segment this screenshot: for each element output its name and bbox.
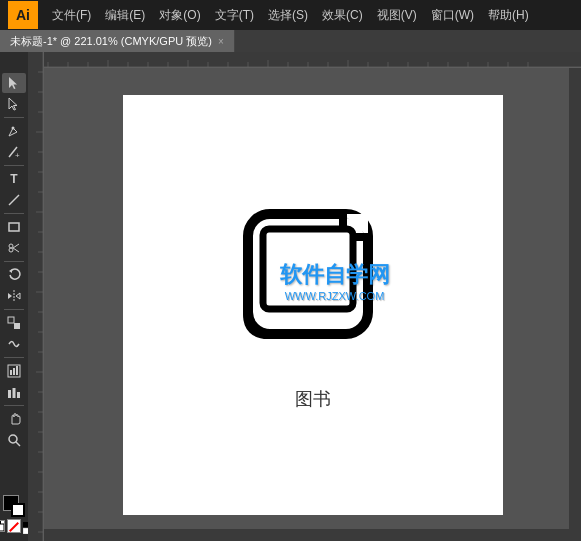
type-tool-btn[interactable]: T	[2, 169, 26, 189]
artboard: 软件自学网 WWW.RJZXW.COM 图书	[123, 95, 503, 515]
warp-tool-btn[interactable]	[2, 334, 26, 354]
color-fill-stroke[interactable]	[3, 495, 25, 517]
tool-separator-3	[4, 213, 24, 214]
direct-select-tool-btn[interactable]	[2, 94, 26, 114]
svg-point-7	[9, 248, 13, 252]
ruler-corner	[0, 56, 28, 72]
svg-line-9	[13, 248, 19, 252]
book-icon: 软件自学网 WWW.RJZXW.COM	[233, 199, 393, 363]
tool-separator-5	[4, 309, 24, 310]
menu-edit[interactable]: 编辑(E)	[99, 5, 151, 26]
svg-rect-83	[263, 229, 353, 309]
scissors-tool-btn[interactable]	[2, 238, 26, 258]
document-tab[interactable]: 未标题-1* @ 221.01% (CMYK/GPU 预览) ×	[0, 30, 235, 52]
canvas-area: 软件自学网 WWW.RJZXW.COM 图书	[28, 52, 581, 541]
scale-tool-btn[interactable]	[2, 313, 26, 333]
svg-point-6	[9, 244, 13, 248]
svg-rect-5	[9, 223, 19, 231]
svg-rect-14	[8, 317, 14, 323]
tool-separator-6	[4, 357, 24, 358]
svg-marker-1	[9, 98, 17, 110]
reflect-tool-btn[interactable]	[2, 286, 26, 306]
svg-point-23	[9, 435, 17, 443]
vertical-ruler	[28, 52, 44, 541]
menu-view[interactable]: 视图(V)	[371, 5, 423, 26]
tab-label: 未标题-1* @ 221.01% (CMYK/GPU 预览)	[10, 34, 212, 49]
tool-separator-2	[4, 165, 24, 166]
tool-separator-7	[4, 405, 24, 406]
svg-marker-0	[9, 77, 17, 89]
svg-marker-12	[8, 293, 12, 299]
tool-separator-1	[4, 117, 24, 118]
svg-marker-10	[9, 269, 12, 273]
tab-close-button[interactable]: ×	[218, 36, 224, 47]
svg-marker-13	[16, 293, 20, 299]
title-bar: Ai 文件(F) 编辑(E) 对象(O) 文字(T) 选择(S) 效果(C) 视…	[0, 0, 581, 30]
select-tool-btn[interactable]	[2, 73, 26, 93]
menu-window[interactable]: 窗口(W)	[425, 5, 480, 26]
left-toolbar: + T	[0, 52, 28, 541]
menu-type[interactable]: 文字(T)	[209, 5, 260, 26]
svg-rect-19	[16, 366, 18, 375]
svg-line-8	[13, 244, 19, 248]
no-color-btn[interactable]	[7, 519, 21, 533]
pen-tool-btn[interactable]	[2, 121, 26, 141]
menu-help[interactable]: 帮助(H)	[482, 5, 535, 26]
horizontal-scrollbar[interactable]	[44, 529, 581, 541]
svg-rect-22	[17, 392, 20, 398]
menu-select[interactable]: 选择(S)	[262, 5, 314, 26]
svg-rect-18	[13, 368, 15, 375]
svg-rect-26	[0, 524, 4, 531]
add-anchor-tool-btn[interactable]: +	[2, 142, 26, 162]
graph-tool-btn[interactable]	[2, 361, 26, 381]
column-graph-tool-btn[interactable]	[2, 382, 26, 402]
svg-point-2	[12, 127, 15, 130]
svg-rect-21	[13, 388, 16, 398]
color-reset-row	[0, 519, 28, 533]
svg-rect-17	[10, 370, 12, 375]
svg-line-24	[16, 442, 20, 446]
menu-effect[interactable]: 效果(C)	[316, 5, 369, 26]
svg-text:+: +	[15, 151, 20, 159]
menu-bar: 文件(F) 编辑(E) 对象(O) 文字(T) 选择(S) 效果(C) 视图(V…	[46, 5, 573, 26]
color-area	[0, 491, 28, 537]
image-caption: 图书	[295, 387, 331, 411]
tool-separator-4	[4, 261, 24, 262]
svg-line-4	[9, 195, 19, 205]
zoom-tool-btn[interactable]	[2, 430, 26, 450]
ai-logo: Ai	[8, 1, 38, 29]
svg-rect-15	[14, 323, 20, 329]
rect-tool-btn[interactable]	[2, 217, 26, 237]
tab-bar: 未标题-1* @ 221.01% (CMYK/GPU 预览) ×	[0, 30, 581, 52]
stroke-color[interactable]	[11, 503, 25, 517]
hand-tool-btn[interactable]	[2, 409, 26, 429]
vertical-scrollbar[interactable]	[569, 68, 581, 529]
rotate-tool-btn[interactable]	[2, 265, 26, 285]
horizontal-ruler	[28, 52, 581, 68]
main-layout: + T	[0, 52, 581, 541]
menu-file[interactable]: 文件(F)	[46, 5, 97, 26]
default-colors-btn[interactable]	[0, 520, 5, 532]
menu-object[interactable]: 对象(O)	[153, 5, 206, 26]
line-tool-btn[interactable]	[2, 190, 26, 210]
svg-rect-20	[8, 390, 11, 398]
